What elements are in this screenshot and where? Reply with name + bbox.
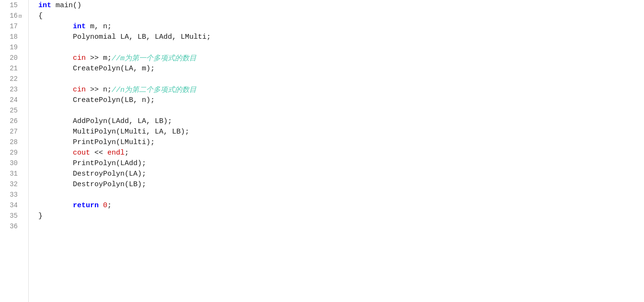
line-numbers: 1516⊟17181920212223242526272829303132333… xyxy=(0,0,29,302)
line-number-row: 31 xyxy=(0,168,28,179)
code-line xyxy=(38,190,644,200)
code-token: ; xyxy=(125,149,129,157)
code-token xyxy=(38,54,73,62)
line-number-row: 33 xyxy=(0,190,28,200)
code-token: return xyxy=(73,201,99,210)
code-token xyxy=(38,86,73,94)
line-number-row: 34 xyxy=(0,200,28,211)
line-number: 16 xyxy=(6,12,18,20)
code-token: cin xyxy=(73,54,86,62)
line-number: 21 xyxy=(6,65,18,72)
code-line: CreatePolyn(LB, n); xyxy=(38,95,644,105)
code-token: endl xyxy=(107,149,125,157)
line-number-row: 27 xyxy=(0,126,28,137)
code-line xyxy=(38,42,644,53)
collapse-icon[interactable]: ⊟ xyxy=(19,13,24,19)
line-number: 33 xyxy=(6,191,18,199)
code-token: DestroyPolyn(LA); xyxy=(38,170,146,178)
line-number-row: 25 xyxy=(0,105,28,116)
code-line: Polynomial LA, LB, LAdd, LMulti; xyxy=(38,32,644,42)
line-number: 19 xyxy=(6,44,18,51)
code-token: main() xyxy=(51,1,81,10)
line-number: 36 xyxy=(6,223,18,230)
code-line: cin >> m;//m为第一个多项式的数目 xyxy=(38,53,644,63)
line-number: 27 xyxy=(6,128,18,135)
line-number: 31 xyxy=(6,170,18,178)
line-number-row: 32 xyxy=(0,179,28,190)
code-token: //m为第一个多项式的数目 xyxy=(112,54,196,63)
line-number-row: 29 xyxy=(0,147,28,158)
code-line: int main() xyxy=(38,0,644,11)
code-token: { xyxy=(38,12,43,20)
code-token xyxy=(99,201,103,210)
code-token: //n为第二个多项式的数目 xyxy=(112,85,196,94)
code-token: << xyxy=(90,149,107,157)
code-line: DestroyPolyn(LB); xyxy=(38,179,644,190)
line-number: 25 xyxy=(6,107,18,114)
code-token xyxy=(38,201,73,210)
line-number-row: 18 xyxy=(0,32,28,42)
line-number-row: 22 xyxy=(0,74,28,84)
line-number: 26 xyxy=(6,117,18,125)
line-number-row: 24 xyxy=(0,95,28,105)
code-token: DestroyPolyn(LB); xyxy=(38,180,146,189)
code-token: Polynomial LA, LB, LAdd, LMulti; xyxy=(38,33,211,41)
line-number: 18 xyxy=(6,33,18,41)
code-content: int main(){ int m, n; Polynomial LA, LB,… xyxy=(29,0,644,302)
code-token: cin xyxy=(73,86,86,94)
line-number-row: 17 xyxy=(0,21,28,32)
code-token xyxy=(38,22,73,31)
code-token: >> n; xyxy=(86,86,112,94)
line-number: 32 xyxy=(6,180,18,188)
line-number: 35 xyxy=(6,212,18,220)
line-number: 22 xyxy=(6,75,18,83)
line-number-row: 20 xyxy=(0,53,28,63)
code-token: >> m; xyxy=(86,54,112,62)
code-line: DestroyPolyn(LA); xyxy=(38,168,644,179)
line-number: 15 xyxy=(6,1,18,9)
code-token: int xyxy=(38,1,51,10)
line-number-row: 19 xyxy=(0,42,28,53)
code-editor: 1516⊟17181920212223242526272829303132333… xyxy=(0,0,644,302)
line-number-row: 21 xyxy=(0,63,28,74)
code-token: int xyxy=(73,22,86,31)
code-token: cout xyxy=(73,149,90,157)
line-number-row: 26 xyxy=(0,116,28,126)
code-token: PrintPolyn(LAdd); xyxy=(38,159,146,168)
code-line: PrintPolyn(LAdd); xyxy=(38,158,644,168)
code-line: } xyxy=(38,211,644,221)
code-token: AddPolyn(LAdd, LA, LB); xyxy=(38,117,172,125)
code-line xyxy=(38,105,644,116)
code-line: { xyxy=(38,11,644,21)
line-number: 28 xyxy=(6,138,18,146)
code-token: MultiPolyn(LMulti, LA, LB); xyxy=(38,128,189,136)
code-line: MultiPolyn(LMulti, LA, LB); xyxy=(38,126,644,137)
code-line xyxy=(38,221,644,232)
line-number: 30 xyxy=(6,159,18,167)
line-number-row: 30 xyxy=(0,158,28,168)
code-line: CreatePolyn(LA, m); xyxy=(38,63,644,74)
code-token xyxy=(38,149,73,157)
line-number-row: 23 xyxy=(0,84,28,95)
code-token: CreatePolyn(LB, n); xyxy=(38,96,155,104)
code-token: PrintPolyn(LMulti); xyxy=(38,138,155,146)
code-token: CreatePolyn(LA, m); xyxy=(38,65,155,73)
line-number: 17 xyxy=(6,22,18,30)
code-line xyxy=(38,74,644,84)
code-token: m, n; xyxy=(86,22,112,31)
line-number: 23 xyxy=(6,86,18,93)
line-number: 24 xyxy=(6,96,18,104)
code-line: cout << endl; xyxy=(38,147,644,158)
code-token: 0 xyxy=(103,201,107,210)
code-line: return 0; xyxy=(38,200,644,211)
code-token: ; xyxy=(107,201,112,210)
line-number-row: 15 xyxy=(0,0,28,11)
code-line: AddPolyn(LAdd, LA, LB); xyxy=(38,116,644,126)
code-token: } xyxy=(38,212,43,220)
code-line: int m, n; xyxy=(38,21,644,32)
line-number: 34 xyxy=(6,201,18,209)
line-number-row: 16⊟ xyxy=(0,11,28,21)
line-number-row: 36 xyxy=(0,221,28,232)
line-number: 20 xyxy=(6,54,18,62)
line-number: 29 xyxy=(6,149,18,157)
